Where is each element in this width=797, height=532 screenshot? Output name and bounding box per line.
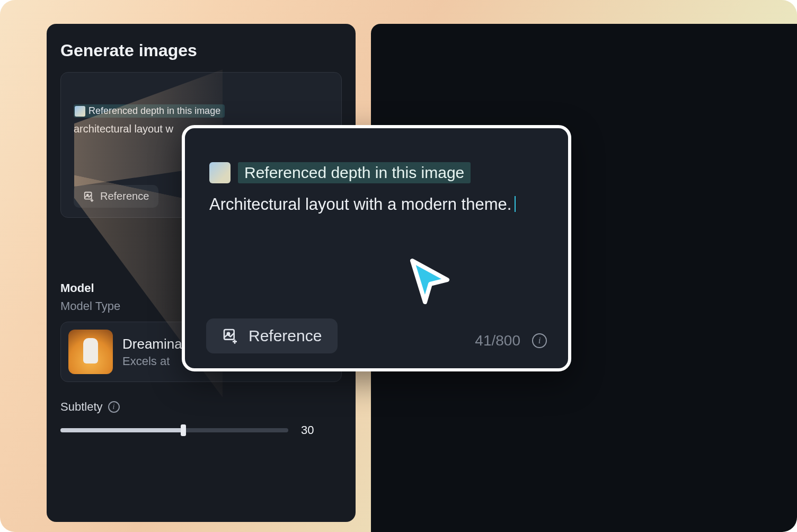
model-desc: Excels at — [122, 354, 182, 368]
reference-button-label: Reference — [249, 327, 322, 345]
reference-button[interactable]: Reference — [206, 318, 338, 353]
subtlety-label: Subtlety — [60, 400, 103, 414]
char-count: 41/800 — [475, 332, 520, 349]
model-thumbnail — [68, 330, 113, 374]
panel-title: Generate images — [60, 41, 342, 60]
reference-add-icon — [222, 327, 239, 344]
reference-button-label: Reference — [100, 190, 149, 202]
reference-chip-label: Referenced depth in this image — [244, 164, 464, 181]
info-icon[interactable]: i — [108, 401, 120, 413]
prompt-text[interactable]: Architectural layout with a modern theme… — [209, 191, 544, 219]
reference-chip[interactable]: Referenced depth in this image — [74, 104, 225, 118]
reference-chip-label: Referenced depth in this image — [88, 105, 220, 117]
model-name: Dreamina — [122, 336, 182, 352]
reference-thumbnail — [75, 106, 85, 117]
reference-thumbnail — [209, 162, 231, 183]
info-icon[interactable]: i — [532, 333, 547, 348]
subtlety-slider[interactable] — [60, 428, 288, 432]
subtlety-value: 30 — [301, 423, 314, 437]
text-caret — [515, 196, 516, 212]
reference-add-icon — [83, 191, 95, 202]
prompt-zoom-callout: Referenced depth in this image Architect… — [182, 125, 571, 371]
slider-thumb[interactable] — [181, 424, 186, 436]
cursor-pointer-icon — [402, 254, 455, 307]
stage: d results will app Generate images Refer… — [0, 0, 797, 532]
slider-fill — [60, 428, 183, 432]
reference-button[interactable]: Reference — [74, 185, 158, 208]
reference-chip[interactable]: Referenced depth in this image — [238, 162, 471, 183]
